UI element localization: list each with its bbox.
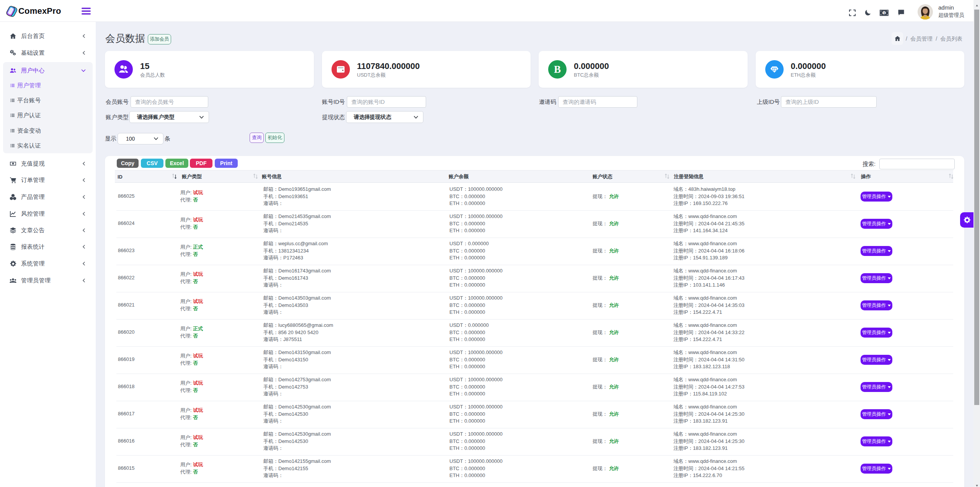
svg-text:1: 1 (883, 11, 885, 15)
